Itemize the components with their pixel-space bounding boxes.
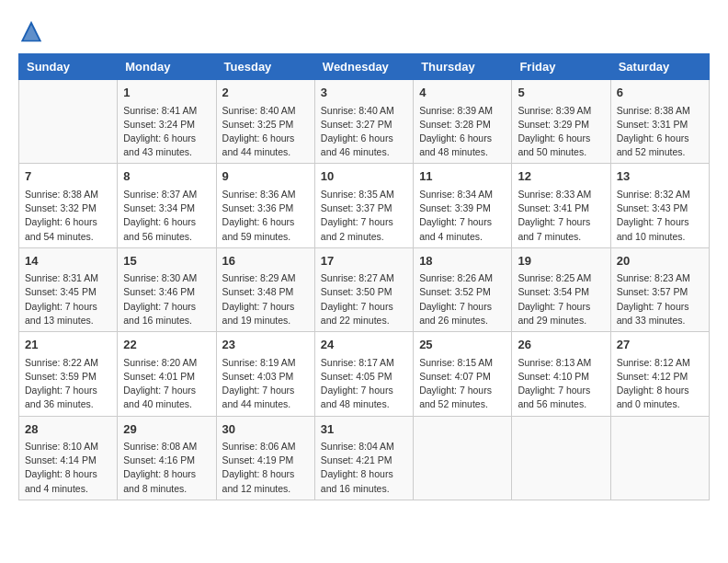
- calendar-week-row: 14Sunrise: 8:31 AMSunset: 3:45 PMDayligh…: [19, 247, 710, 331]
- day-info: Sunrise: 8:04 AMSunset: 4:21 PMDaylight:…: [321, 440, 407, 496]
- day-number: 10: [321, 167, 407, 186]
- day-info: Sunrise: 8:32 AMSunset: 3:43 PMDaylight:…: [617, 188, 703, 244]
- day-number: 20: [617, 252, 703, 270]
- calendar-cell: 24Sunrise: 8:17 AMSunset: 4:05 PMDayligh…: [314, 332, 413, 416]
- day-info: Sunrise: 8:39 AMSunset: 3:29 PMDaylight:…: [518, 104, 604, 160]
- logo: [18, 18, 48, 44]
- day-number: 8: [123, 167, 210, 186]
- day-number: 17: [321, 252, 407, 270]
- day-info: Sunrise: 8:39 AMSunset: 3:28 PMDaylight:…: [419, 104, 506, 160]
- day-header-thursday: Thursday: [414, 54, 512, 80]
- calendar-cell: 3Sunrise: 8:40 AMSunset: 3:27 PMDaylight…: [314, 80, 413, 164]
- day-info: Sunrise: 8:30 AMSunset: 3:46 PMDaylight:…: [123, 271, 210, 327]
- day-number: 21: [25, 336, 111, 354]
- calendar-cell: 12Sunrise: 8:33 AMSunset: 3:41 PMDayligh…: [512, 164, 610, 247]
- day-number: 9: [222, 167, 309, 186]
- day-header-monday: Monday: [118, 54, 216, 80]
- calendar-header-row: SundayMondayTuesdayWednesdayThursdayFrid…: [19, 54, 710, 80]
- day-info: Sunrise: 8:25 AMSunset: 3:54 PMDaylight:…: [518, 271, 604, 327]
- calendar-cell: 18Sunrise: 8:26 AMSunset: 3:52 PMDayligh…: [414, 247, 512, 331]
- day-info: Sunrise: 8:10 AMSunset: 4:14 PMDaylight:…: [25, 440, 111, 496]
- day-info: Sunrise: 8:31 AMSunset: 3:45 PMDaylight:…: [25, 271, 111, 327]
- day-number: 22: [123, 336, 210, 354]
- calendar-cell: 16Sunrise: 8:29 AMSunset: 3:48 PMDayligh…: [216, 247, 314, 331]
- calendar-cell: 6Sunrise: 8:38 AMSunset: 3:31 PMDaylight…: [610, 80, 709, 164]
- day-number: 12: [518, 167, 604, 186]
- calendar-cell: 2Sunrise: 8:40 AMSunset: 3:25 PMDaylight…: [216, 80, 314, 164]
- calendar-cell: 11Sunrise: 8:34 AMSunset: 3:39 PMDayligh…: [414, 164, 512, 247]
- calendar-cell: 31Sunrise: 8:04 AMSunset: 4:21 PMDayligh…: [314, 416, 413, 500]
- day-number: 24: [321, 336, 407, 354]
- day-number: 26: [518, 336, 604, 354]
- day-number: 11: [419, 167, 506, 186]
- calendar-cell: 9Sunrise: 8:36 AMSunset: 3:36 PMDaylight…: [216, 164, 314, 247]
- day-number: 14: [25, 252, 111, 270]
- calendar-cell: 20Sunrise: 8:23 AMSunset: 3:57 PMDayligh…: [610, 247, 709, 331]
- day-info: Sunrise: 8:37 AMSunset: 3:34 PMDaylight:…: [123, 188, 210, 244]
- day-info: Sunrise: 8:17 AMSunset: 4:05 PMDaylight:…: [321, 356, 407, 412]
- day-info: Sunrise: 8:38 AMSunset: 3:31 PMDaylight:…: [617, 104, 703, 160]
- day-header-wednesday: Wednesday: [314, 54, 413, 80]
- day-info: Sunrise: 8:12 AMSunset: 4:12 PMDaylight:…: [617, 356, 703, 412]
- day-number: 1: [123, 84, 210, 102]
- day-header-saturday: Saturday: [610, 54, 709, 80]
- calendar-cell: 15Sunrise: 8:30 AMSunset: 3:46 PMDayligh…: [118, 247, 216, 331]
- day-info: Sunrise: 8:40 AMSunset: 3:25 PMDaylight:…: [222, 104, 309, 160]
- calendar-cell: 17Sunrise: 8:27 AMSunset: 3:50 PMDayligh…: [314, 247, 413, 331]
- day-number: 7: [25, 167, 111, 186]
- day-info: Sunrise: 8:29 AMSunset: 3:48 PMDaylight:…: [222, 271, 309, 327]
- day-info: Sunrise: 8:36 AMSunset: 3:36 PMDaylight:…: [222, 188, 309, 244]
- day-number: 13: [617, 167, 703, 186]
- day-number: 4: [419, 84, 506, 102]
- calendar-cell: 22Sunrise: 8:20 AMSunset: 4:01 PMDayligh…: [118, 332, 216, 416]
- calendar-cell: 26Sunrise: 8:13 AMSunset: 4:10 PMDayligh…: [512, 332, 610, 416]
- calendar-cell: 27Sunrise: 8:12 AMSunset: 4:12 PMDayligh…: [610, 332, 709, 416]
- day-number: 29: [123, 420, 210, 439]
- day-info: Sunrise: 8:33 AMSunset: 3:41 PMDaylight:…: [518, 188, 604, 244]
- calendar-cell: 23Sunrise: 8:19 AMSunset: 4:03 PMDayligh…: [216, 332, 314, 416]
- calendar-table: SundayMondayTuesdayWednesdayThursdayFrid…: [18, 53, 710, 500]
- calendar-cell: 29Sunrise: 8:08 AMSunset: 4:16 PMDayligh…: [118, 416, 216, 500]
- day-number: 27: [617, 336, 703, 354]
- day-number: 15: [123, 252, 210, 270]
- day-number: 3: [321, 84, 407, 102]
- day-info: Sunrise: 8:20 AMSunset: 4:01 PMDaylight:…: [123, 356, 210, 412]
- day-info: Sunrise: 8:23 AMSunset: 3:57 PMDaylight:…: [617, 271, 703, 327]
- calendar-cell: 30Sunrise: 8:06 AMSunset: 4:19 PMDayligh…: [216, 416, 314, 500]
- day-info: Sunrise: 8:19 AMSunset: 4:03 PMDaylight:…: [222, 356, 309, 412]
- day-header-friday: Friday: [512, 54, 610, 80]
- calendar-cell: 28Sunrise: 8:10 AMSunset: 4:14 PMDayligh…: [19, 416, 118, 500]
- day-info: Sunrise: 8:35 AMSunset: 3:37 PMDaylight:…: [321, 188, 407, 244]
- day-number: 2: [222, 84, 309, 102]
- page-header: [18, 18, 710, 44]
- calendar-cell: 7Sunrise: 8:38 AMSunset: 3:32 PMDaylight…: [19, 164, 118, 247]
- calendar-cell: 25Sunrise: 8:15 AMSunset: 4:07 PMDayligh…: [414, 332, 512, 416]
- day-info: Sunrise: 8:06 AMSunset: 4:19 PMDaylight:…: [222, 440, 309, 496]
- day-header-sunday: Sunday: [19, 54, 118, 80]
- day-header-tuesday: Tuesday: [216, 54, 314, 80]
- day-info: Sunrise: 8:22 AMSunset: 3:59 PMDaylight:…: [25, 356, 111, 412]
- calendar-cell: 5Sunrise: 8:39 AMSunset: 3:29 PMDaylight…: [512, 80, 610, 164]
- calendar-cell: 1Sunrise: 8:41 AMSunset: 3:24 PMDaylight…: [118, 80, 216, 164]
- day-info: Sunrise: 8:26 AMSunset: 3:52 PMDaylight:…: [419, 271, 506, 327]
- day-info: Sunrise: 8:38 AMSunset: 3:32 PMDaylight:…: [25, 188, 111, 244]
- calendar-cell: 14Sunrise: 8:31 AMSunset: 3:45 PMDayligh…: [19, 247, 118, 331]
- calendar-week-row: 21Sunrise: 8:22 AMSunset: 3:59 PMDayligh…: [19, 332, 710, 416]
- day-info: Sunrise: 8:13 AMSunset: 4:10 PMDaylight:…: [518, 356, 604, 412]
- day-number: 6: [617, 84, 703, 102]
- day-number: 31: [321, 420, 407, 439]
- calendar-cell: 13Sunrise: 8:32 AMSunset: 3:43 PMDayligh…: [610, 164, 709, 247]
- calendar-cell: [512, 416, 610, 500]
- calendar-cell: 8Sunrise: 8:37 AMSunset: 3:34 PMDaylight…: [118, 164, 216, 247]
- day-info: Sunrise: 8:40 AMSunset: 3:27 PMDaylight:…: [321, 104, 407, 160]
- logo-icon: [18, 18, 44, 44]
- calendar-cell: [19, 80, 118, 164]
- calendar-cell: 19Sunrise: 8:25 AMSunset: 3:54 PMDayligh…: [512, 247, 610, 331]
- day-number: 30: [222, 420, 309, 439]
- day-number: 18: [419, 252, 506, 270]
- day-number: 28: [25, 420, 111, 439]
- day-info: Sunrise: 8:34 AMSunset: 3:39 PMDaylight:…: [419, 188, 506, 244]
- day-info: Sunrise: 8:41 AMSunset: 3:24 PMDaylight:…: [123, 104, 210, 160]
- calendar-week-row: 1Sunrise: 8:41 AMSunset: 3:24 PMDaylight…: [19, 80, 710, 164]
- calendar-cell: 21Sunrise: 8:22 AMSunset: 3:59 PMDayligh…: [19, 332, 118, 416]
